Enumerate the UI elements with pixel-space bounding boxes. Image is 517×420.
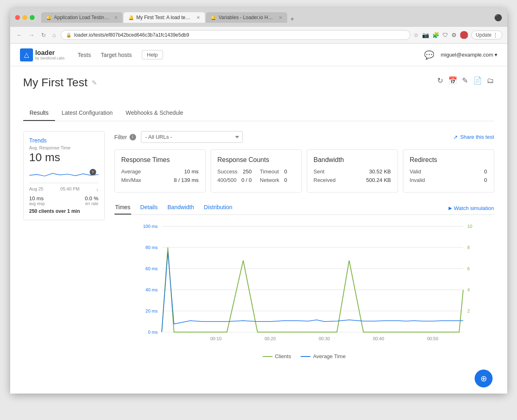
logo-icon: △ <box>20 48 33 61</box>
timeout-value: 0 <box>284 168 287 175</box>
schedule-button[interactable]: 📅 <box>448 76 457 85</box>
watch-sim-label: Watch simulation <box>454 205 494 211</box>
back-button[interactable]: ← <box>15 31 24 39</box>
chat-icon[interactable]: 💬 <box>424 50 434 60</box>
tab-latest-config[interactable]: Latest Configuration <box>55 105 119 121</box>
browser-tab-2[interactable]: 🔔 My First Test: A load test by lo... ✕ <box>123 12 205 23</box>
address-bar[interactable]: 🔒 loader.io/tests/ef807b42bced646c3b7a1f… <box>61 30 410 40</box>
logo-area: △ loader by SendGrid Labs <box>20 48 65 61</box>
trends-avg-resp: 10 ms avg resp <box>29 195 45 206</box>
help-fab-button[interactable]: ⊕ <box>475 370 493 387</box>
tab-label-3: Variables - Loader.io Help Des... <box>219 15 275 20</box>
subtab-bandwidth[interactable]: Bandwidth <box>167 201 195 214</box>
minimize-dot[interactable] <box>22 15 27 20</box>
counts-inner: Success 250 400/500 0 / 0 <box>218 168 295 186</box>
nav-tests[interactable]: Tests <box>78 52 91 58</box>
bandwidth-card: Bandwidth Sent 30.52 KB Received 500.24 … <box>307 149 398 192</box>
svg-text:00:30: 00:30 <box>319 336 330 341</box>
legend-clients-line <box>263 356 273 357</box>
new-tab-button[interactable]: + <box>288 15 297 23</box>
forward-button[interactable]: → <box>27 31 36 39</box>
duplicate-button[interactable]: 📄 <box>473 76 482 85</box>
svg-text:10: 10 <box>467 224 472 229</box>
page-title: My First Test <box>23 76 88 89</box>
user-email: miguel@example.com <box>441 52 493 58</box>
folder-button[interactable]: 🗂 <box>487 77 494 85</box>
refresh-button[interactable]: ↻ <box>40 31 48 39</box>
main-panel: Filter i - All URLs - ↗ Share this test <box>114 131 494 359</box>
minmax-label: Min/Max <box>121 177 141 183</box>
redirects-card: Redirects Valid 0 Invalid 0 <box>403 149 494 192</box>
browser-toolbar: ← → ↻ ⌂ 🔒 loader.io/tests/ef807b42bced64… <box>10 27 507 44</box>
share-label: Share this test <box>460 134 494 140</box>
browser-tab-3[interactable]: 🔔 Variables - Loader.io Help Des... ✕ <box>206 12 287 23</box>
user-avatar[interactable] <box>460 31 468 39</box>
subtab-details[interactable]: Details <box>139 201 158 214</box>
trends-clients: 250 clients over 1 min <box>29 208 99 214</box>
filter-area: Filter i - All URLs - <box>114 131 243 143</box>
user-menu[interactable]: miguel@example.com ▾ <box>441 52 497 58</box>
network-label: Network <box>260 177 279 183</box>
sent-row: Sent 30.52 KB <box>314 168 391 175</box>
update-button[interactable]: Update ⋮ <box>471 31 502 39</box>
svg-text:4: 4 <box>467 287 470 292</box>
average-value: 10 ms <box>184 168 198 175</box>
screenshot-button[interactable]: 📷 <box>422 32 429 38</box>
tab-favicon-2: 🔔 <box>128 15 134 20</box>
legend-avg-time: Average Time <box>301 353 345 359</box>
trends-mini-chart: ? <box>29 167 99 179</box>
help-button[interactable]: Help <box>142 50 163 59</box>
valid-value: 0 <box>484 168 487 175</box>
edit-button[interactable]: ✎ <box>462 76 468 85</box>
share-test-button[interactable]: ↗ Share this test <box>453 134 494 140</box>
puzzle-button[interactable]: ⚙ <box>451 32 457 38</box>
home-button[interactable]: ⌂ <box>51 31 57 39</box>
svg-text:2: 2 <box>467 308 470 313</box>
reload-test-button[interactable]: ↻ <box>437 76 443 85</box>
nav-target-hosts[interactable]: Target hosts <box>101 52 132 58</box>
trends-arrow[interactable]: › <box>97 186 99 193</box>
trends-stats: 10 ms avg resp 0.0 % err rate <box>29 195 99 206</box>
tab-close-2[interactable]: ✕ <box>196 15 200 20</box>
extensions-button[interactable]: 🧩 <box>432 32 439 38</box>
filter-row: Filter i - All URLs - ↗ Share this test <box>114 131 494 143</box>
page-title-row: My First Test ✎ <box>23 76 97 89</box>
filter-select[interactable]: - All URLs - <box>141 131 243 143</box>
close-dot[interactable] <box>15 15 20 20</box>
avg-resp-label: avg resp <box>29 201 45 206</box>
bookmark-button[interactable]: ☆ <box>414 32 419 38</box>
filter-info-icon[interactable]: i <box>130 134 136 140</box>
lock-icon: 🔒 <box>66 33 72 38</box>
invalid-label: Invalid <box>410 177 425 183</box>
watch-simulation-button[interactable]: ▶ Watch simulation <box>449 205 494 211</box>
success-label: Success <box>218 168 238 175</box>
tab-close-1[interactable]: ✕ <box>114 15 118 20</box>
app-container: △ loader by SendGrid Labs Tests Target h… <box>10 44 507 394</box>
main-tabs: Results Latest Configuration Webhooks & … <box>23 105 494 121</box>
tab-close-3[interactable]: ✕ <box>279 15 282 20</box>
maximize-dot[interactable] <box>30 15 35 20</box>
tab-webhooks[interactable]: Webhooks & Schedule <box>119 105 190 121</box>
edit-title-icon[interactable]: ✎ <box>92 79 97 87</box>
tab-favicon-1: 🔔 <box>46 15 52 20</box>
tab-results[interactable]: Results <box>23 105 55 121</box>
redirects-title: Redirects <box>410 156 487 164</box>
share-icon: ↗ <box>453 134 458 140</box>
trends-card: Trends Avg. Response Time 10 ms ? <box>23 131 105 220</box>
trends-time: 05:40 PM <box>60 186 79 193</box>
status-row: 400/500 0 / 0 <box>218 177 252 183</box>
trends-divider <box>29 183 99 183</box>
subtab-distribution[interactable]: Distribution <box>203 201 233 214</box>
update-label: Update <box>476 32 492 38</box>
svg-text:6: 6 <box>467 266 470 271</box>
browser-tab-1[interactable]: 🔔 Application Load Testing Tools ✕ <box>41 12 123 23</box>
success-row: Success 250 <box>218 168 252 175</box>
status-value: 0 / 0 <box>242 177 252 183</box>
svg-text:60 ms: 60 ms <box>145 266 158 271</box>
avg-time-line <box>162 252 463 332</box>
shield-button[interactable]: 🛡 <box>442 32 448 38</box>
logo-sub: by SendGrid Labs <box>35 56 65 60</box>
chart-help-icon[interactable]: ? <box>90 169 96 175</box>
subtab-times[interactable]: Times <box>114 201 132 214</box>
valid-row: Valid 0 <box>410 168 487 175</box>
